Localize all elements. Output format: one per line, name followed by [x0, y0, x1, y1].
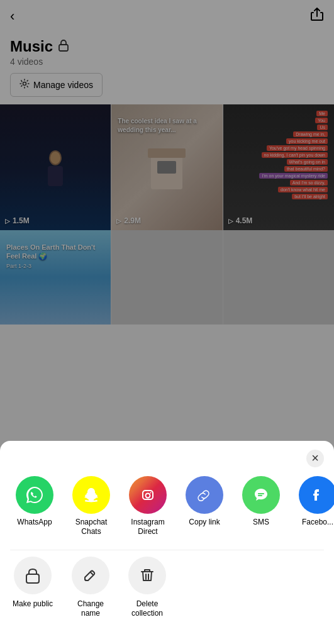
instagram-label: InstagramDirect — [131, 518, 164, 537]
action-item-change-name[interactable]: Changename — [72, 557, 109, 619]
svg-rect-8 — [26, 574, 39, 583]
share-item-whatsapp[interactable]: WhatsApp — [6, 476, 63, 528]
action-item-delete-collection[interactable]: Deletecollection — [128, 557, 166, 619]
change-name-icon — [72, 557, 109, 594]
make-public-label: Make public — [13, 599, 53, 609]
delete-collection-icon — [128, 557, 166, 594]
share-item-instagram[interactable]: InstagramDirect — [120, 476, 176, 537]
snapchat-icon — [72, 476, 110, 514]
facebook-icon — [299, 476, 334, 514]
sms-label: SMS — [253, 518, 269, 528]
share-item-facebook[interactable]: Facebo... — [289, 476, 334, 528]
action-item-make-public[interactable]: Make public — [13, 557, 53, 609]
close-button[interactable]: × — [306, 450, 324, 467]
change-name-label: Changename — [77, 599, 104, 619]
snapchat-label: SnapchatChats — [75, 518, 108, 537]
whatsapp-label: WhatsApp — [17, 518, 52, 528]
instagram-icon — [129, 476, 167, 514]
share-item-copylink[interactable]: Copy link — [176, 476, 233, 528]
bottom-sheet: × WhatsApp SnapchatChats — [0, 441, 334, 644]
delete-collection-label: Deletecollection — [131, 599, 163, 619]
copylink-icon — [186, 476, 223, 514]
action-row: Make public Changename Deletecollection — [0, 550, 334, 625]
facebook-label: Facebo... — [302, 518, 333, 528]
share-item-snapchat[interactable]: SnapchatChats — [63, 476, 120, 537]
whatsapp-icon — [16, 476, 53, 514]
share-row: WhatsApp SnapchatChats InstagramDirect — [0, 470, 334, 550]
sms-icon — [242, 476, 280, 514]
make-public-icon — [14, 557, 52, 594]
copylink-label: Copy link — [189, 518, 220, 528]
share-item-sms[interactable]: SMS — [233, 476, 289, 528]
sheet-header: × — [0, 441, 334, 470]
